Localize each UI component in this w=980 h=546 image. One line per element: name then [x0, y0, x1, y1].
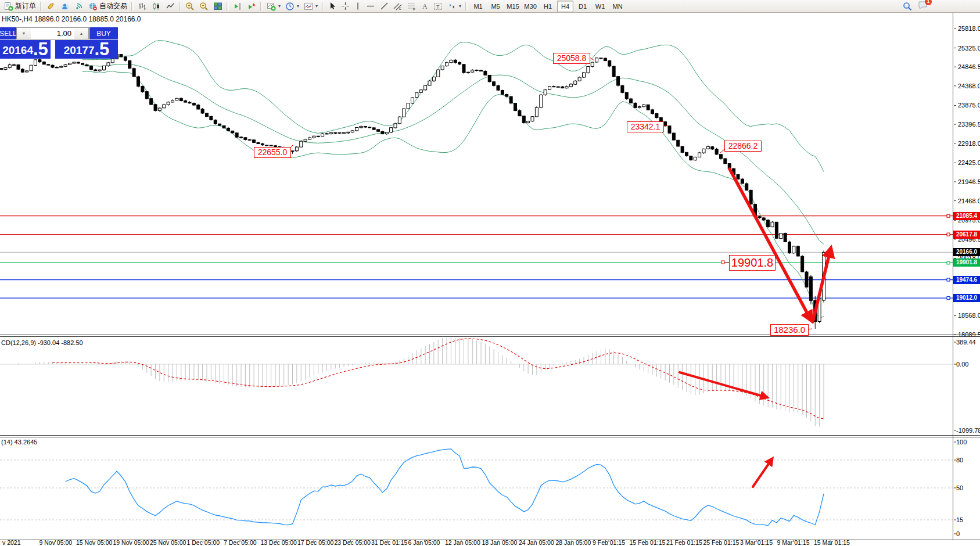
cursor-tool-button[interactable] [326, 1, 339, 12]
autotrade-icon [88, 2, 98, 11]
zoom-in-button[interactable] [183, 1, 197, 12]
search-icon[interactable] [903, 2, 912, 11]
svg-text:A: A [422, 2, 428, 10]
price-badge: 19901.8 [953, 258, 980, 267]
toolbar-separator [131, 2, 134, 11]
trendline-tool-button[interactable] [378, 1, 391, 12]
zoom-out-button[interactable] [197, 1, 211, 12]
timeframe-M1[interactable]: M1 [470, 1, 486, 12]
community-icon [60, 2, 70, 11]
auto-scroll-icon [247, 2, 256, 11]
hline-tool-button[interactable] [364, 1, 378, 12]
templates-icon [304, 2, 313, 11]
price-badge: 20166.0 [953, 248, 980, 256]
price-annotation[interactable]: 25058.8 [553, 53, 590, 64]
templates-button[interactable]: ▾ [301, 1, 320, 12]
toolbar-separator [260, 2, 263, 11]
price-annotation[interactable]: 19901.8 [729, 255, 776, 271]
clock-icon [285, 2, 295, 11]
timeframe-M5[interactable]: M5 [487, 1, 504, 12]
text-label-tool-button[interactable]: T [431, 1, 445, 12]
chart-shift-button[interactable] [231, 1, 245, 12]
fibonacci-tool-button[interactable]: F [405, 1, 419, 12]
chevron-down-icon: ▾ [278, 3, 281, 9]
candle-chart-mode-button[interactable] [149, 1, 163, 12]
price-badge: 21085.4 [953, 212, 980, 220]
chart-canvas[interactable] [0, 0, 980, 546]
chevron-down-icon: ▾ [315, 3, 318, 9]
buy-price[interactable]: 20177.5 [55, 40, 118, 59]
timeframe-M15[interactable]: M15 [505, 1, 521, 12]
add-indicator-button[interactable]: ▾ [264, 1, 283, 12]
tile-windows-icon [213, 2, 222, 11]
svg-text:T: T [436, 4, 440, 10]
timeframe-H4[interactable]: H4 [557, 1, 573, 12]
chevron-down-icon: ▾ [297, 3, 299, 9]
price-annotation[interactable]: 22866.2 [724, 141, 762, 152]
timeframe-D1[interactable]: D1 [575, 1, 591, 12]
community-button[interactable] [58, 1, 72, 12]
price-annotation[interactable]: 22655.0 [254, 147, 291, 158]
trend-arrow[interactable] [813, 249, 831, 322]
tile-windows-button[interactable] [211, 1, 225, 12]
svg-text:F: F [413, 8, 415, 11]
autotrade-label: 自动交易 [99, 1, 127, 11]
timeframe-W1[interactable]: W1 [592, 1, 608, 12]
palette-icon [46, 2, 56, 11]
zoom-in-icon [185, 2, 195, 11]
trend-arrow[interactable] [730, 169, 811, 320]
chevron-down-icon: ▾ [459, 3, 461, 9]
trend-arrow[interactable] [680, 372, 767, 397]
toolbar-separator [322, 2, 324, 11]
vline-tool-button[interactable] [352, 1, 364, 12]
trend-arrow[interactable] [753, 459, 772, 487]
text-label-icon: T [433, 2, 443, 10]
toolbar-separator [40, 2, 42, 11]
price-annotation[interactable]: 23342.1 [627, 121, 664, 132]
price-annotation[interactable]: 18236.0 [770, 324, 809, 336]
horizontal-line-icon [366, 2, 375, 10]
arrows-tool-button[interactable]: ▾ [445, 1, 464, 12]
charts-palette-button[interactable] [44, 1, 58, 12]
arrow-symbols-icon [447, 2, 457, 10]
crosshair-tool-button[interactable] [339, 1, 352, 12]
volume-decrease-button[interactable]: ▼ [17, 28, 31, 39]
channel-tool-button[interactable]: E [391, 1, 405, 12]
volume-input[interactable] [31, 28, 74, 39]
bar-chart-mode-button[interactable] [135, 1, 149, 12]
one-click-trading-panel: SELL ▼ ▲ BUY 20164.5 20177.5 [0, 27, 118, 59]
signals-icon [74, 2, 84, 11]
periods-button[interactable]: ▾ [283, 1, 301, 12]
new-order-icon [4, 2, 13, 11]
toolbar-separator [227, 2, 229, 11]
volume-increase-button[interactable]: ▲ [74, 28, 88, 39]
price-badge: 19012.0 [953, 294, 980, 302]
toolbar-separator [179, 2, 181, 11]
line-chart-icon [166, 2, 175, 11]
volume-stepper: ▼ ▲ [16, 27, 89, 39]
vertical-line-icon [354, 2, 361, 10]
sell-price[interactable]: 20164.5 [0, 40, 51, 59]
macd-label: CD(12,26,9) -930.04 -882.50 [1, 339, 83, 346]
candlestick-icon [152, 2, 161, 11]
auto-scroll-button[interactable] [245, 1, 259, 12]
toolbar-separator [465, 2, 468, 11]
new-order-button[interactable]: 新订单 [2, 1, 38, 12]
text-tool-button[interactable]: A [419, 1, 431, 12]
buy-button[interactable]: BUY [89, 27, 118, 39]
sell-button[interactable]: SELL [0, 27, 16, 39]
text-icon: A [421, 2, 429, 10]
svg-text:E: E [399, 7, 401, 10]
timeframe-H1[interactable]: H1 [540, 1, 556, 12]
signals-button[interactable] [72, 1, 86, 12]
timeframe-M30[interactable]: M30 [522, 1, 539, 12]
autotrade-button[interactable]: 自动交易 [86, 1, 130, 12]
chart-shift-icon [233, 2, 242, 11]
main-toolbar: 新订单 自动交易 ▾ ▾ [0, 0, 980, 13]
timeframe-MN[interactable]: MN [609, 1, 626, 12]
trendline-icon [380, 2, 389, 10]
bar-chart-icon [138, 2, 147, 11]
chat-badge: 1 [925, 0, 932, 5]
chat-button[interactable]: 1 [918, 1, 928, 12]
line-chart-mode-button[interactable] [163, 1, 177, 12]
